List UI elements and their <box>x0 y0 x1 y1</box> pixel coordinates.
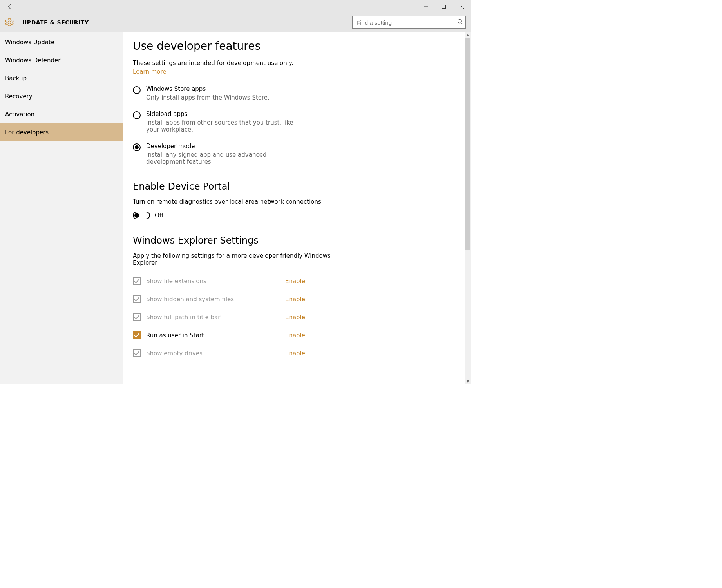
back-button[interactable] <box>5 2 14 11</box>
enable-link[interactable]: Enable <box>285 332 305 339</box>
check-row-show-file-extensions: Show file extensions Enable <box>133 277 305 285</box>
sidebar-item-backup[interactable]: Backup <box>0 69 123 87</box>
sidebar-item-recovery[interactable]: Recovery <box>0 87 123 105</box>
scroll-down-icon[interactable]: ▼ <box>465 378 471 384</box>
explorer-settings-desc: Apply the following settings for a more … <box>133 252 337 266</box>
heading-device-portal: Enable Device Portal <box>133 181 337 192</box>
checkbox-run-as-user[interactable] <box>133 331 141 339</box>
sidebar-item-windows-defender[interactable]: Windows Defender <box>0 51 123 69</box>
sidebar-item-activation[interactable]: Activation <box>0 105 123 123</box>
checkbox-label: Show empty drives <box>146 350 203 357</box>
radio-developer-mode[interactable]: Developer mode Install any signed app an… <box>133 143 337 165</box>
heading-developer-features: Use developer features <box>133 40 337 52</box>
enable-link[interactable]: Enable <box>285 350 305 357</box>
radio-sideload-apps[interactable]: Sideload apps Install apps from other so… <box>133 110 337 133</box>
search-input[interactable] <box>352 16 466 29</box>
check-row-show-hidden-files: Show hidden and system files Enable <box>133 295 305 303</box>
checkbox-show-hidden-files[interactable] <box>133 295 141 303</box>
device-portal-toggle[interactable] <box>133 212 150 219</box>
sidebar: Windows Update Windows Defender Backup R… <box>0 32 123 384</box>
check-row-run-as-user: Run as user in Start Enable <box>133 331 305 339</box>
svg-point-2 <box>458 19 461 23</box>
heading-explorer-settings: Windows Explorer Settings <box>133 235 337 246</box>
svg-line-3 <box>461 23 463 24</box>
page-title: UPDATE & SECURITY <box>22 19 352 25</box>
sidebar-item-for-developers[interactable]: For developers <box>0 123 123 141</box>
enable-link[interactable]: Enable <box>285 278 305 285</box>
radio-icon <box>133 86 141 94</box>
checkbox-label: Show hidden and system files <box>146 296 234 303</box>
device-portal-toggle-label: Off <box>155 212 163 219</box>
learn-more-link[interactable]: Learn more <box>133 68 166 75</box>
sidebar-item-windows-update[interactable]: Windows Update <box>0 33 123 51</box>
radio-icon <box>133 143 141 151</box>
radio-label: Sideload apps <box>146 110 295 118</box>
radio-icon <box>133 111 141 119</box>
radio-sublabel: Install any signed app and use advanced … <box>146 151 295 165</box>
scroll-thumb[interactable] <box>465 38 470 250</box>
header: UPDATE & SECURITY <box>0 13 471 32</box>
checkbox-label: Show full path in title bar <box>146 314 220 321</box>
radio-label: Windows Store apps <box>146 85 270 92</box>
check-row-show-full-path: Show full path in title bar Enable <box>133 313 305 321</box>
titlebar <box>0 0 471 13</box>
close-button[interactable] <box>453 0 471 13</box>
gear-icon <box>5 18 14 27</box>
window-controls <box>417 0 471 13</box>
checkbox-show-empty-drives[interactable] <box>133 349 141 357</box>
main-pane: Use developer features These settings ar… <box>123 32 471 384</box>
scroll-up-icon[interactable]: ▲ <box>465 32 471 38</box>
checkbox-show-file-extensions[interactable] <box>133 277 141 285</box>
radio-sublabel: Install apps from other sources that you… <box>146 119 295 133</box>
radio-label: Developer mode <box>146 143 295 150</box>
radio-sublabel: Only install apps from the Windows Store… <box>146 94 270 101</box>
check-row-show-empty-drives: Show empty drives Enable <box>133 349 305 357</box>
enable-link[interactable]: Enable <box>285 314 305 321</box>
search-box[interactable] <box>352 16 466 29</box>
minimize-button[interactable] <box>417 0 435 13</box>
device-portal-desc: Turn on remote diagnostics over local ar… <box>133 198 337 205</box>
svg-rect-1 <box>442 5 446 9</box>
enable-link[interactable]: Enable <box>285 296 305 303</box>
radio-windows-store-apps[interactable]: Windows Store apps Only install apps fro… <box>133 85 337 101</box>
search-icon <box>457 19 463 26</box>
scrollbar[interactable]: ▲ ▼ <box>465 32 471 384</box>
checkbox-label: Run as user in Start <box>146 332 204 339</box>
checkbox-label: Show file extensions <box>146 278 206 285</box>
developer-features-desc: These settings are intended for developm… <box>133 60 337 67</box>
maximize-button[interactable] <box>435 0 453 13</box>
checkbox-show-full-path[interactable] <box>133 313 141 321</box>
